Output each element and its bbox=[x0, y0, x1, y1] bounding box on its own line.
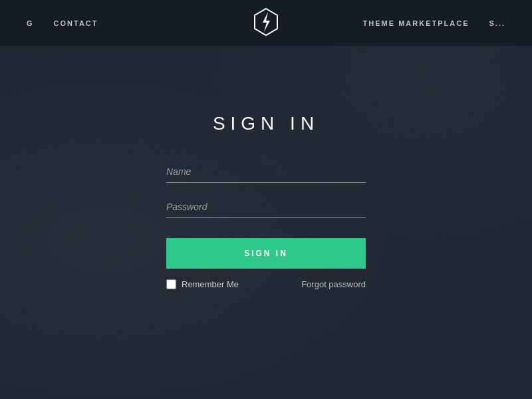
nav-item-contact[interactable]: CONTACT bbox=[54, 19, 98, 27]
sign-in-button[interactable]: SIGN IN bbox=[166, 238, 366, 269]
name-input[interactable] bbox=[166, 161, 366, 183]
logo-container[interactable] bbox=[251, 7, 281, 40]
nav-item-right[interactable]: S... bbox=[489, 19, 505, 27]
forgot-password-link[interactable]: Forgot password bbox=[301, 279, 366, 289]
main-content: SIGN IN SIGN IN Remember Me Forgot passw… bbox=[0, 47, 532, 289]
remember-me-text: Remember Me bbox=[182, 279, 239, 289]
name-field-group bbox=[166, 161, 366, 183]
nav-item-theme-marketplace[interactable]: THEME MARKETPLACE bbox=[363, 19, 469, 27]
password-input[interactable] bbox=[166, 196, 366, 218]
remember-me-checkbox[interactable] bbox=[166, 279, 176, 289]
password-field-group bbox=[166, 196, 366, 218]
page-title: SIGN IN bbox=[213, 113, 319, 134]
remember-me-label[interactable]: Remember Me bbox=[166, 279, 239, 289]
sign-in-form: SIGN IN Remember Me Forgot password bbox=[166, 161, 366, 289]
form-footer: Remember Me Forgot password bbox=[166, 279, 366, 289]
navbar: G CONTACT THEME MARKETPLACE S... bbox=[0, 0, 532, 47]
nav-item-g[interactable]: G bbox=[27, 19, 34, 27]
svg-marker-1 bbox=[263, 12, 270, 32]
logo-icon bbox=[251, 7, 281, 37]
